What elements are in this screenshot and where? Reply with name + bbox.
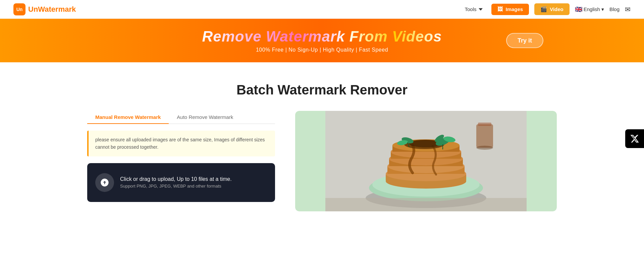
banner-subtitle: 100% Free | No Sign-Up | High Quality | … <box>202 47 442 53</box>
pancake-svg <box>295 111 557 211</box>
images-button[interactable]: 🖼 Images <box>491 4 529 15</box>
upload-icon <box>100 178 109 187</box>
chevron-down-icon <box>479 7 483 11</box>
language-selector[interactable]: 🇬🇧 English ▾ <box>575 6 604 13</box>
main-content: Batch Watermark Remover Manual Remove Wa… <box>0 62 644 225</box>
tab-manual[interactable]: Manual Remove Watermark <box>87 111 169 124</box>
video-button[interactable]: 🎬 Video <box>534 3 570 15</box>
tabs: Manual Remove Watermark Auto Remove Wate… <box>87 111 275 124</box>
tools-menu[interactable]: Tools <box>461 4 486 14</box>
food-image <box>295 111 557 211</box>
svg-rect-25 <box>478 123 491 126</box>
svg-rect-24 <box>476 124 493 148</box>
logo-text: UnWatermark <box>28 5 76 14</box>
content-area: Manual Remove Watermark Auto Remove Wate… <box>87 111 557 211</box>
banner-title: Remove Watermark From Videos <box>202 28 442 45</box>
logo-box-text: Un <box>16 7 23 12</box>
tab-auto[interactable]: Auto Remove Watermark <box>169 111 241 124</box>
upload-text: Click or drag to upload, Up to 10 files … <box>120 176 232 189</box>
svg-point-26 <box>476 146 493 150</box>
mail-icon[interactable]: ✉ <box>625 5 631 13</box>
left-panel: Manual Remove Watermark Auto Remove Wate… <box>87 111 275 202</box>
upload-icon-circle <box>95 173 114 192</box>
navbar-right: Tools 🖼 Images 🎬 Video 🇬🇧 English ▾ Blog… <box>461 3 631 15</box>
logo-area: Un UnWatermark <box>13 3 76 15</box>
upload-area[interactable]: Click or drag to upload, Up to 10 files … <box>87 163 275 202</box>
logo-icon: Un <box>13 3 25 15</box>
banner-content: Remove Watermark From Videos 100% Free |… <box>202 28 442 53</box>
svg-rect-27 <box>325 198 527 211</box>
notice-box: please ensure all uploaded images are of… <box>87 131 275 156</box>
flag-icon: 🇬🇧 <box>575 6 582 13</box>
twitter-float-button[interactable] <box>625 129 644 148</box>
navbar: Un UnWatermark Tools 🖼 Images 🎬 Video 🇬🇧… <box>0 0 644 19</box>
right-panel <box>295 111 557 211</box>
banner: Remove Watermark From Videos 100% Free |… <box>0 19 644 62</box>
image-icon: 🖼 <box>497 6 503 12</box>
try-it-button[interactable]: Try it <box>506 33 543 48</box>
section-title: Batch Watermark Remover <box>236 82 408 97</box>
x-icon <box>630 134 639 143</box>
video-icon: 🎬 <box>540 6 547 12</box>
blog-link[interactable]: Blog <box>609 6 620 12</box>
